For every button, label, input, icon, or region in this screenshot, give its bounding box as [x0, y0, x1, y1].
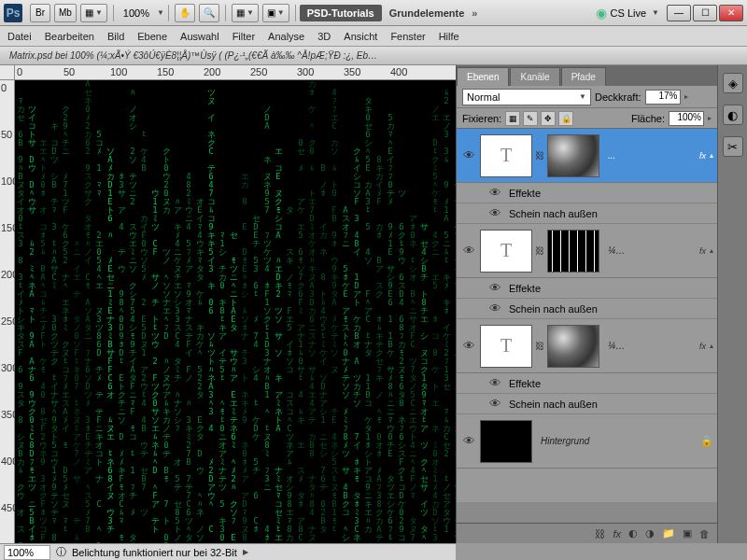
lock-icon: 🔒	[700, 435, 713, 447]
tab-pfade[interactable]: Pfade	[561, 67, 606, 86]
workspace-name[interactable]: Grundelemente	[389, 7, 465, 19]
styles-panel-icon[interactable]: ◈	[723, 73, 743, 93]
effects-row[interactable]: 👁Effekte	[457, 373, 717, 394]
maximize-button[interactable]: ☐	[693, 5, 717, 21]
document-tab[interactable]: Matrix.psd bei 100% (¼;xÃ•Ý €3ôÚ€ÿÈ8¦¦Å)…	[0, 47, 747, 65]
opacity-slider-icon[interactable]: ▸	[684, 92, 688, 101]
visibility-toggle[interactable]: 👁	[460, 339, 477, 353]
menu-filter[interactable]: Filter	[233, 31, 255, 42]
menu-bar: Datei Bearbeiten Bild Ebene Auswahl Filt…	[0, 26, 747, 47]
menu-bild[interactable]: Bild	[107, 31, 124, 42]
effects-row[interactable]: 👁Effekte	[457, 183, 717, 203]
cslive-label[interactable]: CS Live	[611, 7, 647, 19]
visibility-toggle[interactable]: 👁	[460, 434, 477, 448]
mask-icon[interactable]: ◐	[628, 527, 638, 539]
menu-hilfe[interactable]: Hilfe	[439, 31, 459, 42]
fx-badge[interactable]: fx	[699, 246, 706, 256]
menu-ebene[interactable]: Ebene	[137, 31, 167, 42]
view-extras-button[interactable]: ▦▼	[80, 4, 107, 22]
fx-icon[interactable]: fx	[613, 528, 621, 539]
layers-panel: Ebenen Kanäle Pfade Normal▼ Deckkraft: 1…	[456, 65, 717, 543]
visibility-toggle[interactable]: 👁	[460, 148, 477, 162]
layer-thumbnail[interactable]	[480, 420, 532, 463]
fill-input[interactable]: 100%	[669, 111, 704, 126]
menu-datei[interactable]: Datei	[7, 31, 32, 42]
effects-row[interactable]: 👁Effekte	[457, 278, 717, 299]
status-menu-icon[interactable]: ▶	[243, 548, 248, 556]
mask-link-icon[interactable]: ⛓	[535, 245, 544, 256]
status-bar: 100% ⓘ Belichtung funktioniert nur bei 3…	[0, 543, 456, 560]
new-layer-icon[interactable]: ▣	[683, 527, 692, 539]
blend-mode-select[interactable]: Normal▼	[462, 89, 591, 105]
visibility-toggle[interactable]: 👁	[460, 244, 477, 258]
ruler-vertical[interactable]: 0 50 100 150 200 250 300 350 400 450	[0, 80, 15, 543]
collapsed-panel-dock: ◈ ◐ ✂	[717, 65, 747, 543]
bridge-button[interactable]: Br	[30, 4, 50, 22]
lock-position-icon[interactable]: ✥	[541, 111, 556, 126]
layer-mask-thumbnail[interactable]	[547, 325, 599, 368]
layer-name[interactable]: ¼…	[602, 341, 699, 351]
cslive-icon[interactable]: ◉	[596, 6, 607, 21]
layer-name[interactable]: Hintergrund	[535, 436, 700, 446]
zoom-field[interactable]: 100%	[4, 545, 50, 560]
layer-name[interactable]: ...	[602, 150, 699, 161]
group-icon[interactable]: 📁	[662, 527, 675, 539]
fx-badge[interactable]: fx	[699, 151, 706, 161]
trash-icon[interactable]: 🗑	[699, 528, 710, 539]
layers-panel-footer: ⛓ fx ◐ ◑ 📁 ▣ 🗑	[457, 523, 717, 543]
adjustment-icon[interactable]: ◑	[645, 527, 655, 539]
chevron-right-icon[interactable]: »	[472, 7, 477, 19]
layer-mask-thumbnail[interactable]	[547, 230, 599, 273]
opacity-input[interactable]: 17%	[645, 90, 681, 105]
zoom-tool-button[interactable]: 🔍	[199, 4, 219, 22]
tab-kanaele[interactable]: Kanäle	[510, 67, 559, 86]
menu-auswahl[interactable]: Auswahl	[180, 31, 219, 42]
menu-bearbeiten[interactable]: Bearbeiten	[45, 31, 94, 42]
outer-glow-row[interactable]: 👁Schein nach außen	[457, 203, 717, 224]
photoshop-icon: Ps	[4, 4, 22, 22]
menu-3d[interactable]: 3D	[317, 31, 331, 42]
zoom-level-display[interactable]: 100%	[123, 7, 149, 19]
menu-analyse[interactable]: Analyse	[268, 31, 304, 42]
layer-row[interactable]: 👁 T ⛓ ¼… fx ▴	[457, 319, 717, 373]
menu-ansicht[interactable]: Ansicht	[344, 31, 377, 42]
layer-thumbnail[interactable]: T	[480, 230, 532, 273]
arrange-docs-button[interactable]: ▦▼	[232, 4, 259, 22]
fx-collapse-icon[interactable]: ▴	[710, 151, 713, 160]
fx-badge[interactable]: fx	[699, 342, 706, 351]
outer-glow-row[interactable]: 👁Schein nach außen	[457, 299, 717, 319]
canvas[interactable]: ﾏ カ セ 6 B 9 ﾊ B ヌ タ イ オ 0 ﾋ ス 3 8 3 ﾋ イ …	[15, 80, 456, 543]
ruler-horizontal[interactable]: 0 50 100 150 200 250 300 350 400	[15, 65, 456, 80]
workspace-tag[interactable]: PSD-Tutorials	[300, 5, 382, 21]
minibridge-button[interactable]: Mb	[54, 4, 77, 22]
link-layers-icon[interactable]: ⛓	[595, 528, 605, 539]
layer-row[interactable]: 👁 T ⛓ ¼… fx ▴	[457, 224, 717, 278]
outer-glow-row[interactable]: 👁Schein nach außen	[457, 394, 717, 414]
fx-collapse-icon[interactable]: ▴	[710, 342, 713, 350]
paths-panel-icon[interactable]: ✂	[723, 136, 743, 157]
background-layer-row[interactable]: 👁 Hintergrund 🔒	[457, 414, 717, 469]
layers-list: 👁 T ⛓ ... fx ▴ 👁Effekte 👁Schein nach auß…	[457, 129, 717, 502]
layer-mask-thumbnail[interactable]	[547, 134, 599, 177]
close-button[interactable]: ✕	[719, 5, 743, 21]
lock-transparency-icon[interactable]: ▦	[505, 111, 520, 126]
lock-pixels-icon[interactable]: ✎	[523, 111, 538, 126]
layer-thumbnail[interactable]: T	[480, 325, 532, 368]
lock-all-icon[interactable]: 🔒	[558, 111, 573, 126]
panel-tabs: Ebenen Kanäle Pfade	[457, 65, 717, 86]
mask-link-icon[interactable]: ⛓	[535, 150, 544, 161]
layer-thumbnail[interactable]: T	[480, 134, 532, 177]
screen-mode-button[interactable]: ▣▼	[262, 4, 289, 22]
info-icon: ⓘ	[56, 545, 66, 559]
minimize-button[interactable]: —	[667, 5, 691, 21]
lock-label: Fixieren:	[462, 113, 501, 124]
hand-tool-button[interactable]: ✋	[175, 4, 195, 22]
mask-link-icon[interactable]: ⛓	[535, 341, 544, 351]
ruler-origin[interactable]	[0, 65, 15, 80]
menu-fenster[interactable]: Fenster	[390, 31, 425, 42]
tab-ebenen[interactable]: Ebenen	[457, 67, 509, 86]
layer-name[interactable]: ¼…	[602, 245, 699, 256]
layer-row[interactable]: 👁 T ⛓ ... fx ▴	[457, 129, 717, 183]
swatches-panel-icon[interactable]: ◐	[723, 105, 743, 125]
fx-collapse-icon[interactable]: ▴	[710, 246, 713, 255]
